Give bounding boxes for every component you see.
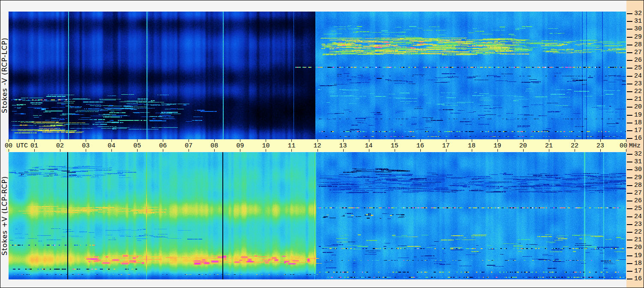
freq-label: 24 <box>634 72 642 80</box>
freq-label: 16 <box>634 275 642 282</box>
freq-tick <box>627 162 632 162</box>
time-label: 04 <box>108 142 115 150</box>
freq-tick <box>627 99 632 100</box>
freq-tick <box>627 107 632 108</box>
freq-tick <box>627 255 632 256</box>
time-label: 06 <box>159 142 167 150</box>
freq-label: 23 <box>634 80 642 87</box>
time-tick <box>291 139 292 142</box>
freq-tick <box>627 185 632 186</box>
freq-label: 17 <box>634 267 642 275</box>
time-label: 05 <box>133 142 141 150</box>
freq-tick <box>627 224 632 225</box>
freq-tick <box>627 52 632 53</box>
freq-tick <box>627 193 632 194</box>
time-label: 03 <box>82 142 90 150</box>
time-label: 08 <box>210 142 218 150</box>
time-label: 16 <box>416 142 424 150</box>
freq-tick <box>627 208 632 209</box>
freq-label: 16 <box>634 135 642 142</box>
freq-label: 32 <box>634 10 642 17</box>
freq-tick <box>627 13 632 14</box>
time-tick <box>137 139 138 142</box>
time-tick <box>549 139 549 142</box>
freq-tick <box>627 115 632 116</box>
freq-tick <box>627 201 632 201</box>
time-tick <box>420 139 421 142</box>
freq-tick <box>627 76 632 77</box>
freq-tick <box>627 154 632 155</box>
freq-tick <box>627 247 632 248</box>
freq-tick <box>627 84 632 84</box>
stokes-minus-v-axis-label: Stokes -V (RCP-LCP) <box>0 12 9 139</box>
freq-tick <box>627 216 632 217</box>
freq-tick <box>627 45 632 45</box>
time-label: 18 <box>468 142 476 150</box>
freq-label: 23 <box>634 221 642 228</box>
time-tick <box>472 139 472 142</box>
time-tick <box>240 139 240 142</box>
title-bar: AJ4CO Observatory 03 Nov 2023 - DPS on T… <box>0 0 629 12</box>
time-tick <box>318 139 318 142</box>
freq-tick <box>627 130 632 131</box>
freq-tick <box>627 271 632 272</box>
time-label: 07 <box>185 142 192 150</box>
time-label: 00 <box>620 142 627 150</box>
freq-label: 31 <box>634 158 642 165</box>
time-label: 22 <box>571 142 578 150</box>
freq-label: 28 <box>634 41 642 48</box>
freq-label: 24 <box>634 213 642 220</box>
time-tick <box>626 139 626 142</box>
time-tick <box>369 139 369 142</box>
time-tick <box>600 139 601 142</box>
time-tick <box>189 139 189 142</box>
freq-tick <box>627 91 632 92</box>
time-label: 00 UTC <box>5 142 28 150</box>
time-label: 10 <box>262 142 270 150</box>
time-tick <box>86 139 86 142</box>
freq-label: 19 <box>634 252 642 259</box>
freq-tick <box>627 177 632 178</box>
freq-label: 21 <box>634 236 642 243</box>
time-tick <box>34 139 35 142</box>
time-tick <box>395 139 395 142</box>
freq-tick <box>627 240 632 240</box>
time-tick <box>446 139 446 142</box>
spectrograph-window: AJ4CO Observatory 03 Nov 2023 - DPS on T… <box>0 0 644 288</box>
time-label: 20 <box>519 142 527 150</box>
freq-label: 22 <box>634 228 642 236</box>
freq-label: 26 <box>634 57 642 64</box>
time-tick <box>9 139 9 142</box>
stokes-plus-v-axis-label: Stokes +V (LCP-RCP) <box>0 152 9 279</box>
freq-label: 29 <box>634 174 642 181</box>
freq-label: 22 <box>634 88 642 95</box>
stokes-minus-v-spectrogram <box>9 12 626 139</box>
time-label: 21 <box>545 142 553 150</box>
freq-tick <box>627 232 632 233</box>
freq-label: 32 <box>634 150 642 158</box>
time-tick <box>214 139 215 142</box>
freq-label: 27 <box>634 189 642 197</box>
time-label: 13 <box>339 142 347 150</box>
time-label: 14 <box>365 142 373 150</box>
freq-tick <box>627 21 632 22</box>
freq-tick <box>627 279 632 279</box>
freq-tick <box>627 68 632 69</box>
freq-tick <box>627 60 632 61</box>
freq-label: 21 <box>634 96 642 103</box>
time-tick <box>497 139 498 142</box>
freq-label: 20 <box>634 244 642 251</box>
freq-label: 19 <box>634 111 642 119</box>
freq-tick <box>627 263 632 264</box>
time-label: 12 <box>314 142 321 150</box>
freq-label: 30 <box>634 25 642 33</box>
time-tick <box>60 139 60 142</box>
freq-label: 31 <box>634 18 642 25</box>
freq-label: 27 <box>634 49 642 56</box>
time-label: 19 <box>494 142 501 150</box>
time-tick <box>266 139 266 142</box>
freq-label: 28 <box>634 182 642 189</box>
freq-label: 29 <box>634 33 642 41</box>
freq-tick <box>627 169 632 170</box>
time-tick <box>111 139 112 142</box>
